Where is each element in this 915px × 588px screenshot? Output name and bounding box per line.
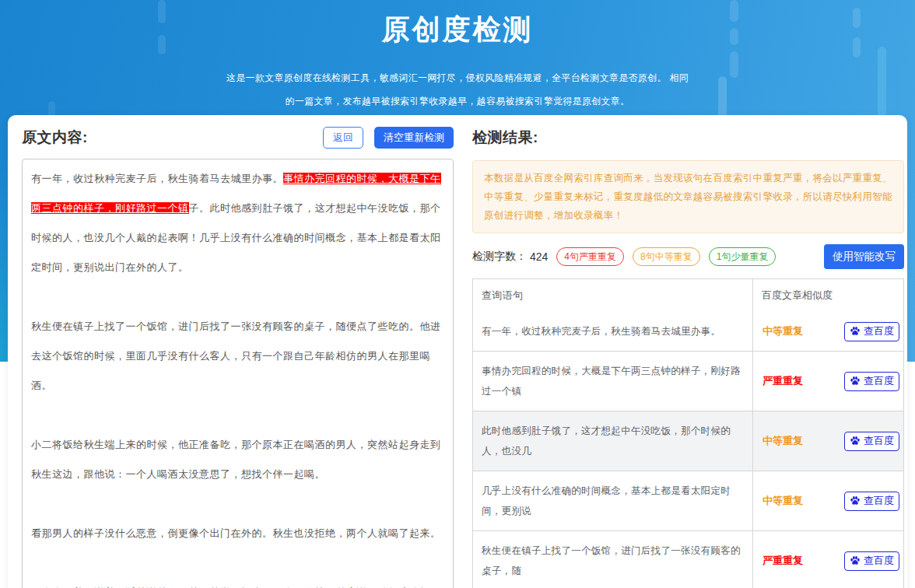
similarity-badge: 严重重复 — [762, 374, 803, 388]
baidu-paw-icon — [850, 436, 861, 446]
notice-box: 本数据是从百度全网索引库查询而来，当发现该句在百度索引中重复严重，将会以严重重复… — [472, 160, 904, 233]
check-baidu-button[interactable]: 查百度 — [844, 432, 899, 451]
check-baidu-button[interactable]: 查百度 — [844, 551, 899, 571]
original-paragraph: 有一年，收过秋种完麦子后，秋生骑着马去城里办事。事情办完回程的时候，大概是下午两… — [31, 164, 444, 282]
original-paragraph: 看那男人的样子没什么恶意，倒更像个出门在外的。秋生也没拒绝，两个人就喝了起来。 — [31, 519, 444, 548]
table-row: 秋生便在镇子上找了一个饭馆，进门后找了一张没有顾客的桌子，随 严重重复 查百度 — [473, 530, 903, 588]
main-card: 原文内容: 返回 清空重新检测 有一年，收过秋种完麦子后，秋生骑着马去城里办事。… — [8, 115, 907, 588]
check-baidu-label: 查百度 — [864, 434, 894, 448]
check-baidu-button[interactable]: 查百度 — [844, 372, 899, 391]
paragraph-text: 看那男人的样子没什么恶意，倒更像个出门在外的。秋生也没拒绝，两个人就喝了起来。 — [31, 527, 441, 539]
column-header-query: 查询语句 — [473, 279, 752, 312]
page-description: 这是一款文章原创度在线检测工具，敏感词汇一网打尽，侵权风险精准规避，全平台检测文… — [0, 66, 915, 113]
clear-and-recheck-button[interactable]: 清空重新检测 — [374, 127, 454, 149]
query-sentence: 有一年，收过秋种完麦子后，秋生骑着马去城里办事。 — [473, 312, 752, 351]
page-description-line: 的一篇文章，发布越早被搜索引擎收录越早，越容易被搜索引擎觉得是原创文章。 — [0, 89, 915, 113]
original-content-panel: 原文内容: 返回 清空重新检测 有一年，收过秋种完麦子后，秋生骑着马去城里办事。… — [22, 126, 454, 588]
similarity-cell: 中等重复 查百度 — [752, 471, 903, 530]
similarity-badge: 严重重复 — [762, 554, 803, 568]
similarity-cell: 中等重复 查百度 — [752, 312, 903, 351]
original-paragraph: 小二将饭给秋生端上来的时候，他正准备吃，那个原本正在喝酒的男人，突然站起身走到秋… — [31, 430, 444, 489]
baidu-paw-icon — [850, 326, 861, 337]
query-sentence: 此时他感到肚子饿了，这才想起中午没吃饭，那个时候的人，也没几 — [473, 411, 752, 471]
similarity-badge: 中等重复 — [762, 324, 803, 338]
stats-row: 检测字数： 424 4句严重重复8句中等重复1句少量重复 使用智能改写 — [472, 244, 904, 269]
check-baidu-button[interactable]: 查百度 — [844, 492, 899, 511]
original-text-area[interactable]: 有一年，收过秋种完麦子后，秋生骑着马去城里办事。事情办完回程的时候，大概是下午两… — [22, 159, 454, 588]
table-header-row: 查询语句 百度文章相似度 — [473, 279, 903, 312]
original-content-heading: 原文内容: — [22, 128, 88, 148]
table-row: 事情办完回程的时候，大概是下午两三点钟的样子，刚好路过一个镇 严重重复 查百度 — [473, 351, 903, 411]
page-description-line: 这是一款文章原创度在线检测工具，敏感词汇一网打尽，侵权风险精准规避，全平台检测文… — [0, 66, 915, 89]
original-paragraph: 两个人喝着、说着，话越说越多，越喝越觉得投缘。那个男的就跟秋生说：咱俩这么投缘，… — [31, 578, 444, 588]
query-sentence: 事情办完回程的时候，大概是下午两三点钟的样子，刚好路过一个镇 — [473, 352, 752, 411]
query-sentence: 几乎上没有什么准确的时间概念，基本上都是看太阳定时间，更别说 — [473, 471, 752, 530]
baidu-paw-icon — [850, 376, 861, 387]
page-title: 原创度检测 — [0, 11, 915, 49]
table-row: 此时他感到肚子饿了，这才想起中午没吃饭，那个时候的人，也没几 中等重复 查百度 — [473, 411, 903, 471]
detection-result-panel: 检测结果: 本数据是从百度全网索引库查询而来，当发现该句在百度索引中重复严重，将… — [472, 126, 904, 588]
column-header-similarity: 百度文章相似度 — [752, 279, 903, 312]
similarity-table: 查询语句 百度文章相似度 有一年，收过秋种完麦子后，秋生骑着马去城里办事。 中等… — [472, 278, 904, 588]
check-baidu-label: 查百度 — [864, 494, 894, 508]
duplicate-count-badge: 8句中等重复 — [633, 247, 700, 266]
baidu-paw-icon — [850, 555, 861, 566]
similarity-badge: 中等重复 — [762, 494, 803, 508]
table-row: 几乎上没有什么准确的时间概念，基本上都是看太阳定时间，更别说 中等重复 查百度 — [473, 471, 903, 530]
check-baidu-button[interactable]: 查百度 — [844, 322, 899, 341]
table-row: 有一年，收过秋种完麦子后，秋生骑着马去城里办事。 中等重复 查百度 — [473, 312, 903, 351]
word-count-label: 检测字数： — [472, 250, 527, 264]
check-baidu-label: 查百度 — [864, 374, 894, 388]
check-baidu-label: 查百度 — [864, 554, 894, 568]
similarity-cell: 严重重复 查百度 — [752, 531, 903, 588]
query-sentence: 秋生便在镇子上找了一个饭馆，进门后找了一张没有顾客的桌子，随 — [473, 531, 752, 588]
check-baidu-label: 查百度 — [864, 324, 894, 338]
back-button[interactable]: 返回 — [323, 127, 363, 149]
detection-result-heading: 检测结果: — [472, 128, 538, 148]
similarity-badge: 中等重复 — [762, 434, 803, 448]
original-paragraph: 秋生便在镇子上找了一个饭馆，进门后找了一张没有顾客的桌子，随便点了些吃的。他进去… — [31, 312, 444, 401]
baidu-paw-icon — [850, 495, 861, 506]
paragraph-text: 秋生便在镇子上找了一个饭馆，进门后找了一张没有顾客的桌子，随便点了些吃的。他进去… — [31, 320, 441, 391]
duplicate-count-badge: 1句少量重复 — [709, 247, 777, 266]
word-count-value: 424 — [530, 250, 548, 263]
paragraph-text: 小二将饭给秋生端上来的时候，他正准备吃，那个原本正在喝酒的男人，突然站起身走到秋… — [31, 439, 441, 480]
smart-rewrite-button[interactable]: 使用智能改写 — [824, 244, 904, 269]
similarity-cell: 中等重复 查百度 — [752, 411, 903, 471]
paragraph-text: 有一年，收过秋种完麦子后，秋生骑着马去城里办事。 — [31, 173, 283, 184]
duplicate-count-badge: 4句严重重复 — [556, 247, 624, 266]
similarity-cell: 严重重复 查百度 — [752, 352, 903, 411]
